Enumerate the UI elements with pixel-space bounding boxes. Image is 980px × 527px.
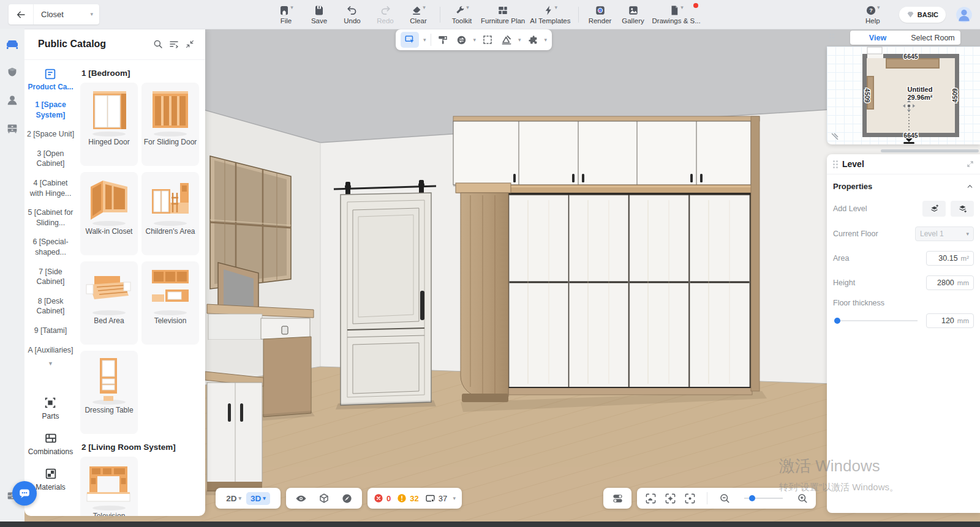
barn-door-3d[interactable] [334, 180, 436, 409]
category-item-8[interactable]: 8 [Desk Cabinet] [27, 296, 75, 316]
issues-caret-icon[interactable]: ▾ [453, 496, 456, 501]
category-item-7[interactable]: 7 [Side Cabinet] [27, 267, 75, 287]
properties-section-header[interactable]: Properties [827, 174, 980, 191]
collapse-panel-icon[interactable] [182, 36, 198, 52]
help-button[interactable]: ? ▾ Help [856, 5, 889, 24]
canvas-horizontal-scrollbar[interactable] [881, 149, 979, 152]
issues-bar[interactable]: 0 32 37 ▾ [368, 488, 462, 509]
render-button[interactable]: Render [584, 5, 617, 24]
format-painter-button[interactable] [435, 32, 450, 48]
drawings-button[interactable]: ▾Drawings & S... [650, 5, 703, 24]
camera-frame-icon [645, 493, 657, 504]
rail-furniture-icon[interactable] [4, 121, 20, 136]
file-button[interactable]: ▾File [270, 5, 303, 24]
category-item-3[interactable]: 3 [Open Cabinet] [27, 149, 75, 169]
product-grid: Television Cabinet [80, 457, 200, 516]
filter-icon[interactable] [166, 36, 182, 52]
plugins-button[interactable] [526, 32, 540, 48]
category-item-6[interactable]: 6 [Special-shaped... [27, 237, 75, 257]
chat-support-button[interactable] [12, 481, 37, 506]
toolkit-button[interactable]: ▾Toolkit [445, 5, 478, 24]
product-card[interactable]: Hinged Door [80, 83, 138, 166]
add-level-above-button[interactable] [922, 201, 946, 217]
walkthrough-camera-button[interactable] [644, 490, 657, 506]
measure-tool-button[interactable] [499, 32, 514, 48]
performance-button[interactable] [339, 490, 355, 506]
parts-icon [43, 396, 57, 409]
gallery-button[interactable]: Gallery [617, 5, 650, 24]
ai-templates-button[interactable]: ▾AI Templates [527, 5, 573, 24]
viewport-drag-handle[interactable] [829, 34, 834, 42]
tab-select-room[interactable]: Select Room [905, 34, 960, 42]
user-avatar[interactable] [956, 6, 973, 23]
visibility-button[interactable] [293, 490, 309, 506]
product-card[interactable]: Television Cabinet [80, 457, 138, 516]
height-input[interactable]: 2800 mm [926, 275, 974, 290]
tv-cabinet-3d[interactable] [205, 372, 265, 495]
area-input[interactable]: 30.15 m² [926, 251, 974, 266]
product-thumbnail [83, 172, 135, 227]
rail-model-library-icon[interactable] [4, 64, 20, 80]
minimap-panel[interactable]: 6645 6645 4509 4509 Untitled 29.96m² [827, 47, 980, 144]
measure-tool-caret-icon[interactable]: ▾ [518, 37, 521, 43]
camera-settings-button[interactable] [664, 490, 676, 506]
mode-2d-button[interactable]: 2D▾ [226, 494, 241, 503]
zoom-out-button[interactable] [718, 490, 731, 506]
category-item-5[interactable]: 5 [Cabinet for Sliding... [27, 207, 75, 228]
catalog-body: Product Ca... 1 [Space System]2 [Space U… [24, 60, 205, 516]
slider-knob[interactable] [834, 318, 840, 324]
current-floor-select[interactable]: Level 1 ▾ [915, 226, 974, 241]
category-item-9[interactable]: 9 [Tatami] [27, 326, 75, 336]
project-caret-icon[interactable]: ▾ [90, 12, 93, 17]
product-card[interactable]: Walk-in Closet [80, 172, 138, 255]
select-tool-caret-icon[interactable]: ▾ [423, 37, 426, 43]
mode-3d-button[interactable]: 3D▾ [246, 492, 270, 505]
minimap-resize-handle[interactable] [832, 133, 838, 140]
plan-badge[interactable]: BASIC [899, 7, 946, 23]
focus-center-button[interactable] [684, 490, 696, 506]
floor-thickness-input[interactable]: 120 mm [926, 313, 974, 328]
zoom-slider[interactable] [744, 498, 783, 499]
add-level-below-button[interactable] [951, 201, 974, 217]
level-drag-handle[interactable] [833, 160, 838, 168]
category-scroll-caret-icon[interactable]: ▼ [48, 361, 53, 367]
area-row: Area 30.15 m² [833, 251, 974, 266]
search-icon[interactable] [150, 36, 166, 52]
select-tool-button[interactable] [401, 32, 419, 48]
redo-button[interactable]: Redo [369, 5, 402, 24]
product-card[interactable]: For Sliding Door [141, 83, 199, 166]
category-item-2[interactable]: 2 [Space Unit] [27, 129, 75, 140]
undo-button[interactable]: Undo [336, 5, 369, 24]
category-item-1[interactable]: 1 [Space System] [27, 100, 75, 120]
product-card[interactable]: Television [141, 261, 199, 345]
clear-button[interactable]: ▾Clear [402, 5, 435, 24]
render-settings-button[interactable] [603, 488, 631, 509]
plugins-caret-icon[interactable]: ▾ [545, 37, 548, 43]
add-level-label: Add Level [833, 204, 867, 213]
category-item-10[interactable]: A [Auxiliaries] [27, 345, 75, 356]
furniture-plan-button[interactable]: Furniture Plan [478, 5, 527, 24]
marquee-select-button[interactable] [480, 32, 495, 48]
parts-button[interactable]: Parts [42, 396, 59, 420]
category-item-4[interactable]: 4 [Cabinet with Hinge... [27, 178, 75, 198]
tab-product-catalog[interactable]: Product Ca... [28, 67, 73, 91]
rail-my-profile-icon[interactable] [4, 92, 20, 108]
expand-panel-icon[interactable] [967, 160, 974, 168]
back-button[interactable] [9, 4, 34, 24]
wardrobe-3d[interactable] [453, 116, 767, 412]
tab-view[interactable]: View [850, 34, 905, 42]
save-button[interactable]: Save [303, 5, 336, 24]
product-card[interactable]: Dressing Table [80, 351, 138, 434]
materials-button[interactable]: Materials [36, 467, 66, 491]
replace-material-caret-icon[interactable]: ▾ [473, 37, 477, 43]
replace-material-button[interactable] [454, 32, 469, 48]
product-card[interactable]: Bed Area [80, 261, 138, 345]
rail-public-catalog-icon[interactable] [4, 36, 20, 52]
zoom-slider-knob[interactable] [749, 495, 755, 501]
level-panel-header: Level [827, 154, 980, 174]
3d-box-view-button[interactable] [316, 490, 332, 506]
floor-thickness-slider[interactable] [834, 320, 918, 321]
combinations-button[interactable]: Combinations [28, 432, 73, 456]
zoom-in-button[interactable] [796, 490, 809, 506]
product-card[interactable]: Children's Area [141, 172, 199, 255]
